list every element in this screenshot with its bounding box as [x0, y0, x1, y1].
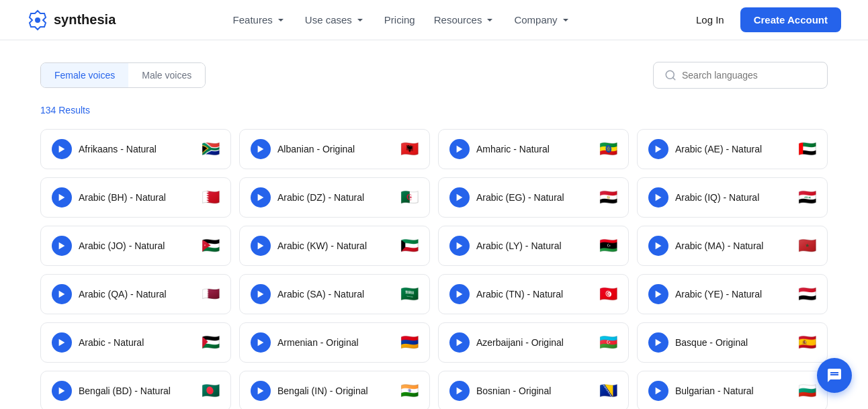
play-button[interactable]	[449, 284, 470, 304]
play-icon	[455, 386, 464, 396]
chat-widget[interactable]	[817, 358, 852, 393]
lang-left: Bengali (IN) - Original	[251, 381, 368, 401]
play-icon	[256, 144, 265, 154]
country-flag: 🇪🇹	[599, 142, 617, 156]
language-card[interactable]: Arabic (YE) - Natural 🇾🇪	[637, 274, 828, 314]
lang-left: Arabic (EG) - Natural	[449, 187, 564, 208]
svg-marker-13	[457, 242, 463, 250]
nav-features[interactable]: Features	[225, 9, 294, 31]
language-card[interactable]: Azerbaijani - Original 🇦🇿	[438, 322, 629, 363]
language-card[interactable]: Arabic (EG) - Natural 🇪🇬	[438, 177, 629, 218]
language-card[interactable]: Arabic (KW) - Natural 🇰🇼	[239, 226, 430, 266]
play-button[interactable]	[449, 381, 470, 401]
search-input[interactable]	[682, 70, 816, 81]
create-account-button[interactable]: Create Account	[740, 7, 841, 32]
language-card[interactable]: Arabic (QA) - Natural 🇶🇦	[40, 274, 231, 314]
country-flag: 🇦🇪	[798, 142, 816, 156]
language-card[interactable]: Arabic (AE) - Natural 🇦🇪	[637, 129, 828, 169]
language-card[interactable]: Arabic (BH) - Natural 🇧🇭	[40, 177, 231, 218]
country-flag: 🇸🇦	[400, 287, 419, 302]
country-flag: 🇮🇳	[400, 383, 419, 398]
lang-left: Basque - Original	[648, 332, 748, 353]
language-card[interactable]: Arabic (MA) - Natural 🇲🇦	[637, 226, 828, 266]
logo[interactable]: synthesia	[27, 9, 116, 31]
language-card[interactable]: Basque - Original 🇪🇸	[637, 322, 828, 363]
play-button[interactable]	[251, 381, 271, 401]
play-button[interactable]	[648, 236, 668, 256]
nav-company[interactable]: Company	[506, 9, 578, 31]
results-count: 134 Results	[40, 105, 828, 116]
language-card[interactable]: Arabic (SA) - Natural 🇸🇦	[239, 274, 430, 314]
svg-marker-24	[258, 388, 264, 395]
play-icon	[455, 338, 464, 347]
country-flag: 🇦🇱	[400, 142, 419, 156]
main-content: Female voices Male voices 134 Results Af…	[0, 40, 868, 409]
language-card[interactable]: Arabic (TN) - Natural 🇹🇳	[438, 274, 629, 314]
languages-grid: Afrikaans - Natural 🇿🇦 Albanian - Origin…	[40, 129, 828, 409]
language-card[interactable]: Arabic (DZ) - Natural 🇩🇿	[239, 177, 430, 218]
country-flag: 🇰🇼	[400, 238, 419, 253]
play-button[interactable]	[251, 284, 271, 304]
language-card[interactable]: Arabic (LY) - Natural 🇱🇾	[438, 226, 629, 266]
svg-marker-12	[258, 242, 264, 250]
play-button[interactable]	[251, 187, 271, 208]
nav-use-cases[interactable]: Use cases	[297, 9, 374, 31]
language-card[interactable]: Bosnian - Original 🇧🇦	[438, 371, 629, 409]
play-button[interactable]	[52, 139, 72, 159]
female-voices-tab[interactable]: Female voices	[41, 63, 128, 87]
play-button[interactable]	[251, 139, 271, 159]
language-card[interactable]: Afrikaans - Natural 🇿🇦	[40, 129, 231, 169]
language-card[interactable]: Armenian - Original 🇦🇲	[239, 322, 430, 363]
play-icon	[57, 289, 67, 299]
play-icon	[654, 144, 663, 154]
nav-pricing[interactable]: Pricing	[376, 9, 423, 31]
lang-left: Armenian - Original	[251, 332, 359, 353]
language-name: Arabic (KW) - Natural	[277, 240, 367, 251]
play-icon	[256, 338, 265, 347]
play-button[interactable]	[251, 332, 271, 353]
play-button[interactable]	[52, 187, 72, 208]
play-icon	[654, 193, 663, 202]
play-button[interactable]	[449, 139, 470, 159]
language-card[interactable]: Bulgarian - Natural 🇧🇬	[637, 371, 828, 409]
language-name: Arabic (TN) - Natural	[476, 289, 563, 300]
logo-text: synthesia	[54, 12, 116, 28]
play-button[interactable]	[648, 332, 668, 353]
language-card[interactable]: Arabic (JO) - Natural 🇯🇴	[40, 226, 231, 266]
play-button[interactable]	[648, 139, 668, 159]
language-name: Bulgarian - Natural	[675, 385, 754, 396]
svg-marker-8	[258, 194, 264, 201]
lang-left: Arabic (IQ) - Natural	[648, 187, 759, 208]
nav-resources[interactable]: Resources	[426, 9, 504, 31]
play-button[interactable]	[52, 236, 72, 256]
play-button[interactable]	[52, 332, 72, 353]
language-card[interactable]: Bengali (BD) - Natural 🇧🇩	[40, 371, 231, 409]
svg-line-2	[672, 77, 675, 79]
language-card[interactable]: Arabic (IQ) - Natural 🇮🇶	[637, 177, 828, 218]
play-button[interactable]	[648, 381, 668, 401]
language-card[interactable]: Arabic - Natural 🇵🇸	[40, 322, 231, 363]
language-card[interactable]: Amharic - Natural 🇪🇹	[438, 129, 629, 169]
play-button[interactable]	[648, 187, 668, 208]
language-card[interactable]: Bengali (IN) - Original 🇮🇳	[239, 371, 430, 409]
language-name: Arabic (JO) - Natural	[79, 240, 165, 251]
country-flag: 🇧🇭	[202, 190, 220, 205]
country-flag: 🇪🇬	[599, 190, 617, 205]
play-button[interactable]	[449, 187, 470, 208]
male-voices-tab[interactable]: Male voices	[128, 63, 205, 87]
nav-actions: Log In Create Account	[688, 7, 841, 32]
play-button[interactable]	[648, 284, 668, 304]
play-button[interactable]	[251, 236, 271, 256]
play-icon	[455, 289, 464, 299]
play-button[interactable]	[52, 381, 72, 401]
language-name: Armenian - Original	[277, 337, 359, 348]
language-card[interactable]: Albanian - Original 🇦🇱	[239, 129, 430, 169]
login-button[interactable]: Log In	[688, 9, 732, 31]
play-button[interactable]	[449, 332, 470, 353]
play-button[interactable]	[449, 236, 470, 256]
language-name: Arabic (AE) - Natural	[675, 144, 762, 154]
chevron-down-icon	[355, 15, 365, 26]
play-button[interactable]	[52, 284, 72, 304]
svg-marker-11	[59, 242, 65, 250]
lang-left: Arabic (MA) - Natural	[648, 236, 763, 256]
